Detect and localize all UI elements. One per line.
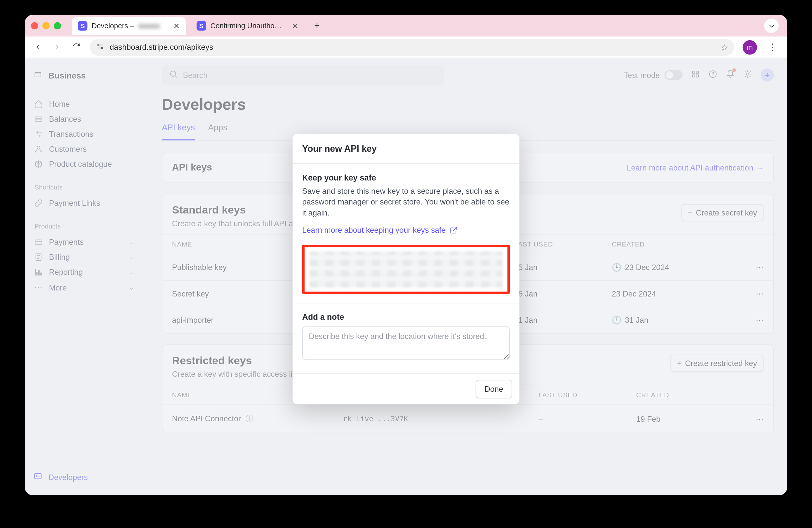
tabs-overflow-button[interactable] bbox=[764, 18, 779, 33]
add-note-heading: Add a note bbox=[302, 312, 510, 322]
reload-icon bbox=[72, 43, 81, 52]
stripe-favicon-icon: S bbox=[78, 21, 87, 30]
tab-title: Developers – bbox=[91, 21, 134, 30]
api-key-display[interactable] bbox=[302, 245, 510, 294]
modal-title: Your new API key bbox=[292, 134, 519, 164]
stripe-dashboard: Business Home Balances Transactions Cust… bbox=[25, 58, 787, 495]
arrow-left-icon bbox=[33, 43, 42, 52]
bookmark-icon[interactable]: ☆ bbox=[721, 42, 728, 52]
arrow-right-icon bbox=[52, 43, 61, 52]
reload-button[interactable] bbox=[71, 43, 81, 52]
profile-avatar-button[interactable]: m bbox=[742, 40, 757, 55]
url-field[interactable]: dashboard.stripe.com/apikeys ☆ bbox=[90, 39, 734, 56]
button-label: Done bbox=[484, 384, 503, 394]
api-key-redacted bbox=[309, 251, 503, 287]
browser-tab-strip: S Developers – xxxxxx ✕ S Confirming Una… bbox=[25, 15, 787, 36]
browser-tab-2[interactable]: S Confirming Unauthorised Log ✕ bbox=[190, 17, 304, 35]
tab-title: Confirming Unauthorised Log bbox=[211, 21, 282, 30]
note-textarea[interactable] bbox=[302, 326, 510, 360]
browser-menu-button[interactable]: ⋮ bbox=[766, 42, 780, 53]
url-text: dashboard.stripe.com/apikeys bbox=[110, 43, 715, 52]
new-tab-button[interactable]: + bbox=[309, 20, 325, 31]
tab-title-redacted: xxxxxx bbox=[138, 21, 160, 30]
modal-overlay: Your new API key Keep your key safe Save… bbox=[25, 58, 787, 495]
new-api-key-modal: Your new API key Keep your key safe Save… bbox=[292, 134, 519, 404]
back-button[interactable] bbox=[32, 43, 43, 52]
browser-url-bar: dashboard.stripe.com/apikeys ☆ m ⋮ bbox=[25, 36, 787, 58]
link-label: Learn more about keeping your keys safe bbox=[302, 225, 446, 235]
close-tab-icon[interactable]: ✕ bbox=[292, 21, 299, 30]
forward-button[interactable] bbox=[52, 43, 62, 52]
svg-point-0 bbox=[98, 44, 99, 45]
close-tab-icon[interactable]: ✕ bbox=[173, 21, 180, 30]
done-button[interactable]: Done bbox=[476, 380, 512, 398]
traffic-lights bbox=[31, 22, 61, 29]
maximize-window-icon[interactable] bbox=[54, 22, 61, 29]
close-window-icon[interactable] bbox=[31, 22, 38, 29]
keep-safe-heading: Keep your key safe bbox=[302, 174, 510, 182]
browser-tab-1[interactable]: S Developers – xxxxxx ✕ bbox=[72, 17, 186, 35]
chevron-down-icon bbox=[767, 21, 776, 30]
svg-point-2 bbox=[102, 47, 103, 48]
stripe-favicon-icon: S bbox=[197, 21, 206, 30]
site-settings-icon[interactable] bbox=[96, 42, 105, 53]
learn-keys-safe-link[interactable]: Learn more about keeping your keys safe bbox=[302, 225, 458, 235]
minimize-window-icon[interactable] bbox=[43, 22, 50, 29]
keep-safe-body: Save and store this new key to a secure … bbox=[302, 186, 510, 218]
external-link-icon bbox=[449, 225, 458, 235]
